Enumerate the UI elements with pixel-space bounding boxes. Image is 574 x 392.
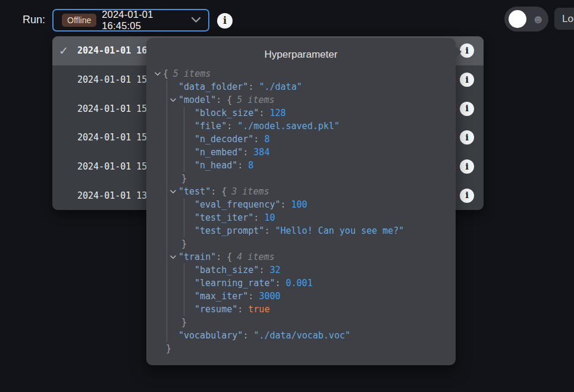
smiley-icon: ☻	[532, 12, 544, 26]
info-glyph: i	[465, 104, 469, 113]
json-meta: 5 items	[237, 95, 274, 105]
json-colon: :	[264, 225, 275, 236]
chevron-down-icon	[191, 15, 201, 26]
json-num: 384	[253, 147, 269, 158]
json-punct: {	[163, 68, 168, 79]
json-line: "model": {5 items	[153, 93, 456, 106]
json-num: 3000	[259, 291, 280, 302]
json-line: "learning_rate": 0.001	[153, 277, 456, 290]
json-key: "n_head"	[195, 160, 237, 171]
json-key: "max_iter"	[195, 291, 248, 302]
json-line: "test": {3 items	[153, 185, 456, 198]
run-option-label: 2024-01-01 15	[77, 161, 147, 172]
json-key: "file"	[195, 121, 227, 131]
json-punct: }	[166, 343, 171, 354]
json-line: }	[153, 237, 456, 250]
json-colon: :	[216, 252, 227, 262]
info-icon[interactable]: i	[460, 73, 474, 87]
json-colon: :	[259, 108, 269, 118]
toggle-knob[interactable]	[509, 10, 526, 28]
info-glyph: i	[465, 191, 469, 200]
info-glyph: i	[465, 76, 469, 84]
json-line: "max_iter": 3000	[153, 290, 456, 303]
json-num: 10	[264, 212, 275, 223]
info-icon[interactable]: i	[460, 102, 474, 116]
json-str: "./data/vocab.voc"	[253, 330, 350, 341]
json-line: "resume": true	[153, 303, 456, 316]
json-colon: :	[253, 212, 264, 223]
json-colon: :	[259, 265, 269, 275]
json-meta: 5 items	[173, 68, 211, 79]
tooltip-title: Hyperparameter	[146, 49, 456, 61]
json-meta: 3 items	[231, 186, 269, 197]
json-colon: :	[211, 186, 221, 197]
info-icon[interactable]: i	[217, 13, 233, 29]
json-line: "vocabulary": "./data/vocab.voc"	[153, 329, 456, 342]
json-line: "test_iter": 10	[153, 211, 456, 224]
info-icon[interactable]: i	[460, 43, 474, 58]
json-punct: }	[181, 317, 187, 328]
app-window: Run: Offline 2024-01-01 16:45:05 i ☻ Log…	[0, 0, 574, 392]
info-icon[interactable]: i	[460, 159, 474, 174]
json-colon: :	[248, 81, 259, 92]
json-punct: }	[181, 173, 187, 184]
run-option-label: 2024-01-01 15	[77, 104, 147, 114]
json-num: 32	[269, 265, 280, 275]
json-num: 8	[248, 160, 253, 171]
indent-guide	[184, 106, 184, 172]
json-key: "learning_rate"	[195, 278, 275, 288]
json-line: "train": {4 items	[153, 250, 456, 264]
json-key: "n_embed"	[195, 147, 243, 158]
json-punct: {	[227, 95, 232, 105]
json-key: "model"	[178, 95, 216, 105]
info-glyph: i	[465, 46, 469, 55]
tooltip-arrow	[455, 46, 462, 58]
log-button[interactable]: Log	[554, 8, 574, 30]
info-icon[interactable]: i	[460, 189, 474, 203]
offline-badge: Offline	[62, 14, 96, 27]
collapse-chevron-icon[interactable]	[170, 255, 178, 259]
info-glyph: i	[465, 162, 469, 171]
run-selector-value: 2024-01-01 16:45:05	[102, 9, 186, 32]
info-icon[interactable]: i	[460, 130, 474, 145]
json-key: "data_folder"	[178, 81, 248, 92]
json-tree: {5 items"data_folder": "./data""model": …	[153, 67, 456, 355]
json-colon: :	[248, 291, 259, 302]
json-key: "block_size"	[195, 108, 259, 118]
collapse-chevron-icon[interactable]	[170, 190, 178, 194]
json-colon: :	[281, 199, 291, 210]
json-line: "file": "./model.saved.pkl"	[153, 120, 456, 133]
json-line: "n_head": 8	[153, 159, 456, 172]
json-str: "./data"	[259, 81, 302, 92]
run-option-label: 2024-01-01 15	[77, 74, 147, 85]
run-selector[interactable]: Offline 2024-01-01 16:45:05	[52, 9, 209, 32]
json-line: "batch_size": 32	[153, 264, 456, 277]
hyperparameter-tooltip: Hyperparameter {5 items"data_folder": ".…	[146, 38, 456, 365]
indent-guide	[184, 198, 184, 237]
json-num: 100	[291, 199, 308, 210]
run-option-label: 2024-01-01 15	[77, 132, 147, 143]
json-punct: {	[227, 252, 232, 262]
json-key: "train"	[178, 252, 216, 262]
check-icon: ✓	[59, 44, 77, 58]
run-option-label: 2024-01-01 13	[77, 190, 147, 201]
json-line: {5 items	[153, 67, 456, 80]
json-colon: :	[243, 147, 253, 158]
json-key: "test"	[178, 186, 211, 197]
json-line: }	[153, 172, 456, 185]
json-line: "test_prompt": "Hello! Can you see me?"	[153, 224, 456, 237]
json-line: }	[153, 342, 456, 355]
json-num: 128	[269, 108, 286, 118]
json-key: "test_iter"	[195, 212, 253, 223]
json-colon: :	[237, 304, 248, 315]
json-key: "eval_frequency"	[195, 199, 281, 210]
json-colon: :	[216, 95, 227, 105]
collapse-chevron-icon[interactable]	[170, 98, 178, 102]
json-num: 8	[264, 134, 269, 145]
theme-toggle[interactable]: ☻	[504, 7, 548, 32]
json-punct: {	[221, 186, 227, 197]
json-key: "resume"	[195, 304, 237, 315]
collapse-chevron-icon[interactable]	[155, 72, 163, 76]
json-key: "batch_size"	[195, 265, 259, 275]
log-button-label: Log	[562, 13, 574, 25]
